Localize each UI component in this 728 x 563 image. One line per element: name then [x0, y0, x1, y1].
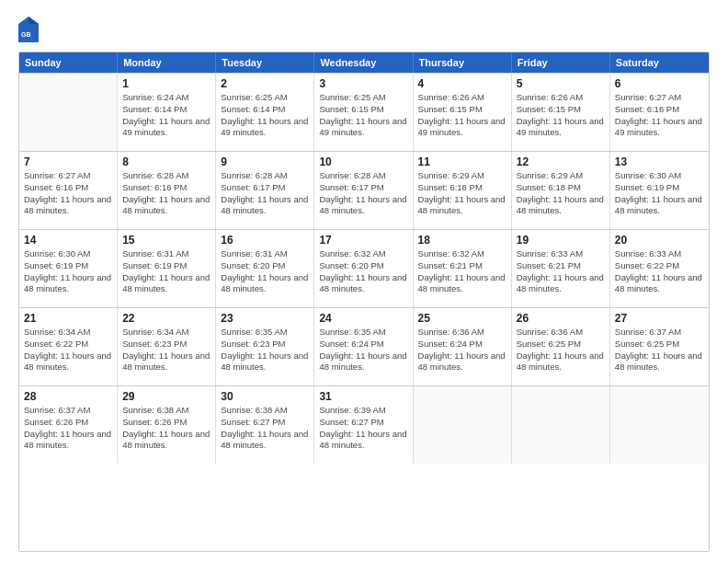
calendar-cell: 21Sunrise: 6:34 AM Sunset: 6:22 PM Dayli… — [19, 308, 118, 385]
day-info: Sunrise: 6:35 AM Sunset: 6:24 PM Dayligh… — [319, 327, 407, 373]
day-number: 11 — [418, 155, 506, 168]
calendar-row: 1Sunrise: 6:24 AM Sunset: 6:14 PM Daylig… — [19, 73, 709, 151]
calendar-cell: 8Sunrise: 6:28 AM Sunset: 6:16 PM Daylig… — [118, 152, 216, 229]
calendar-cell: 23Sunrise: 6:35 AM Sunset: 6:23 PM Dayli… — [216, 308, 314, 385]
day-info: Sunrise: 6:39 AM Sunset: 6:27 PM Dayligh… — [319, 405, 407, 452]
weekday-header: Thursday — [414, 52, 512, 73]
day-number: 27 — [615, 312, 704, 325]
calendar-body: 1Sunrise: 6:24 AM Sunset: 6:14 PM Daylig… — [19, 73, 709, 464]
calendar-cell: 13Sunrise: 6:30 AM Sunset: 6:19 PM Dayli… — [610, 152, 709, 229]
day-info: Sunrise: 6:35 AM Sunset: 6:23 PM Dayligh… — [221, 327, 309, 373]
calendar-cell: 6Sunrise: 6:27 AM Sunset: 6:16 PM Daylig… — [610, 74, 709, 151]
day-info: Sunrise: 6:31 AM Sunset: 6:20 PM Dayligh… — [221, 248, 309, 295]
day-info: Sunrise: 6:25 AM Sunset: 6:14 PM Dayligh… — [221, 92, 309, 139]
day-number: 31 — [319, 390, 407, 403]
calendar-cell: 25Sunrise: 6:36 AM Sunset: 6:24 PM Dayli… — [414, 308, 512, 385]
weekday-header: Wednesday — [314, 52, 413, 73]
calendar-cell: 3Sunrise: 6:25 AM Sunset: 6:15 PM Daylig… — [314, 74, 413, 151]
day-info: Sunrise: 6:33 AM Sunset: 6:21 PM Dayligh… — [517, 248, 605, 295]
day-info: Sunrise: 6:26 AM Sunset: 6:15 PM Dayligh… — [418, 92, 506, 139]
day-info: Sunrise: 6:24 AM Sunset: 6:14 PM Dayligh… — [122, 92, 210, 139]
calendar-cell: 1Sunrise: 6:24 AM Sunset: 6:14 PM Daylig… — [118, 74, 216, 151]
day-number: 1 — [122, 77, 210, 90]
day-number: 9 — [221, 155, 309, 168]
calendar: SundayMondayTuesdayWednesdayThursdayFrid… — [18, 52, 710, 552]
calendar-cell: 20Sunrise: 6:33 AM Sunset: 6:22 PM Dayli… — [610, 230, 709, 307]
day-number: 19 — [517, 234, 605, 247]
calendar-cell: 26Sunrise: 6:36 AM Sunset: 6:25 PM Dayli… — [512, 308, 610, 385]
day-info: Sunrise: 6:25 AM Sunset: 6:15 PM Dayligh… — [319, 92, 407, 139]
weekday-header: Tuesday — [216, 52, 314, 73]
calendar-cell: 5Sunrise: 6:26 AM Sunset: 6:15 PM Daylig… — [512, 74, 610, 151]
day-info: Sunrise: 6:29 AM Sunset: 6:18 PM Dayligh… — [517, 170, 605, 217]
day-number: 20 — [615, 234, 704, 247]
calendar-row: 28Sunrise: 6:37 AM Sunset: 6:26 PM Dayli… — [19, 385, 709, 464]
day-number: 7 — [24, 155, 112, 168]
day-info: Sunrise: 6:36 AM Sunset: 6:25 PM Dayligh… — [517, 327, 605, 373]
calendar-cell: 27Sunrise: 6:37 AM Sunset: 6:25 PM Dayli… — [610, 308, 709, 385]
day-number: 13 — [615, 155, 704, 168]
calendar-cell: 29Sunrise: 6:38 AM Sunset: 6:26 PM Dayli… — [118, 386, 216, 464]
calendar-cell: 30Sunrise: 6:38 AM Sunset: 6:27 PM Dayli… — [216, 386, 314, 464]
day-number: 18 — [418, 234, 506, 247]
calendar-cell: 31Sunrise: 6:39 AM Sunset: 6:27 PM Dayli… — [314, 386, 413, 464]
calendar-cell: 15Sunrise: 6:31 AM Sunset: 6:19 PM Dayli… — [118, 230, 216, 307]
calendar-row: 14Sunrise: 6:30 AM Sunset: 6:19 PM Dayli… — [19, 229, 709, 307]
day-number: 16 — [221, 234, 309, 247]
day-number: 26 — [517, 312, 605, 325]
day-number: 5 — [517, 77, 605, 90]
day-number: 6 — [615, 77, 704, 90]
day-info: Sunrise: 6:38 AM Sunset: 6:26 PM Dayligh… — [122, 405, 210, 452]
page: GB SundayMondayTuesdayWednesdayThursdayF… — [0, 0, 728, 563]
header: GB — [18, 17, 710, 42]
day-info: Sunrise: 6:28 AM Sunset: 6:17 PM Dayligh… — [221, 170, 309, 217]
day-info: Sunrise: 6:37 AM Sunset: 6:26 PM Dayligh… — [24, 405, 112, 452]
calendar-cell: 7Sunrise: 6:27 AM Sunset: 6:16 PM Daylig… — [19, 152, 118, 229]
day-info: Sunrise: 6:27 AM Sunset: 6:16 PM Dayligh… — [24, 170, 112, 217]
day-info: Sunrise: 6:34 AM Sunset: 6:22 PM Dayligh… — [24, 327, 112, 373]
day-info: Sunrise: 6:29 AM Sunset: 6:18 PM Dayligh… — [418, 170, 506, 217]
day-number: 24 — [319, 312, 407, 325]
day-number: 25 — [418, 312, 506, 325]
day-info: Sunrise: 6:28 AM Sunset: 6:17 PM Dayligh… — [319, 170, 407, 217]
svg-marker-1 — [28, 17, 39, 24]
calendar-cell — [610, 386, 709, 464]
day-number: 22 — [122, 312, 210, 325]
day-info: Sunrise: 6:28 AM Sunset: 6:16 PM Dayligh… — [122, 170, 210, 217]
weekday-header: Sunday — [19, 52, 118, 73]
weekday-header: Saturday — [610, 52, 709, 73]
calendar-row: 7Sunrise: 6:27 AM Sunset: 6:16 PM Daylig… — [19, 151, 709, 229]
logo: GB — [18, 17, 42, 42]
svg-text:GB: GB — [21, 31, 31, 38]
day-number: 17 — [319, 234, 407, 247]
calendar-cell: 28Sunrise: 6:37 AM Sunset: 6:26 PM Dayli… — [19, 386, 118, 464]
day-info: Sunrise: 6:36 AM Sunset: 6:24 PM Dayligh… — [418, 327, 506, 373]
day-number: 8 — [122, 155, 210, 168]
calendar-row: 21Sunrise: 6:34 AM Sunset: 6:22 PM Dayli… — [19, 307, 709, 385]
day-info: Sunrise: 6:33 AM Sunset: 6:22 PM Dayligh… — [615, 248, 704, 295]
calendar-cell — [512, 386, 610, 464]
calendar-cell: 19Sunrise: 6:33 AM Sunset: 6:21 PM Dayli… — [512, 230, 610, 307]
calendar-cell: 22Sunrise: 6:34 AM Sunset: 6:23 PM Dayli… — [118, 308, 216, 385]
day-number: 15 — [122, 234, 210, 247]
day-number: 23 — [221, 312, 309, 325]
day-info: Sunrise: 6:31 AM Sunset: 6:19 PM Dayligh… — [122, 248, 210, 295]
day-number: 30 — [221, 390, 309, 403]
day-info: Sunrise: 6:30 AM Sunset: 6:19 PM Dayligh… — [615, 170, 704, 217]
weekday-header: Monday — [118, 52, 216, 73]
day-number: 10 — [319, 155, 407, 168]
day-number: 3 — [319, 77, 407, 90]
calendar-cell: 17Sunrise: 6:32 AM Sunset: 6:20 PM Dayli… — [314, 230, 413, 307]
day-number: 4 — [418, 77, 506, 90]
calendar-cell: 24Sunrise: 6:35 AM Sunset: 6:24 PM Dayli… — [314, 308, 413, 385]
calendar-cell: 4Sunrise: 6:26 AM Sunset: 6:15 PM Daylig… — [414, 74, 512, 151]
calendar-cell: 14Sunrise: 6:30 AM Sunset: 6:19 PM Dayli… — [19, 230, 118, 307]
calendar-cell: 11Sunrise: 6:29 AM Sunset: 6:18 PM Dayli… — [414, 152, 512, 229]
day-number: 28 — [24, 390, 112, 403]
calendar-cell: 16Sunrise: 6:31 AM Sunset: 6:20 PM Dayli… — [216, 230, 314, 307]
calendar-cell: 12Sunrise: 6:29 AM Sunset: 6:18 PM Dayli… — [512, 152, 610, 229]
day-number: 29 — [122, 390, 210, 403]
calendar-cell — [414, 386, 512, 464]
calendar-header: SundayMondayTuesdayWednesdayThursdayFrid… — [19, 52, 709, 73]
day-info: Sunrise: 6:34 AM Sunset: 6:23 PM Dayligh… — [122, 327, 210, 373]
